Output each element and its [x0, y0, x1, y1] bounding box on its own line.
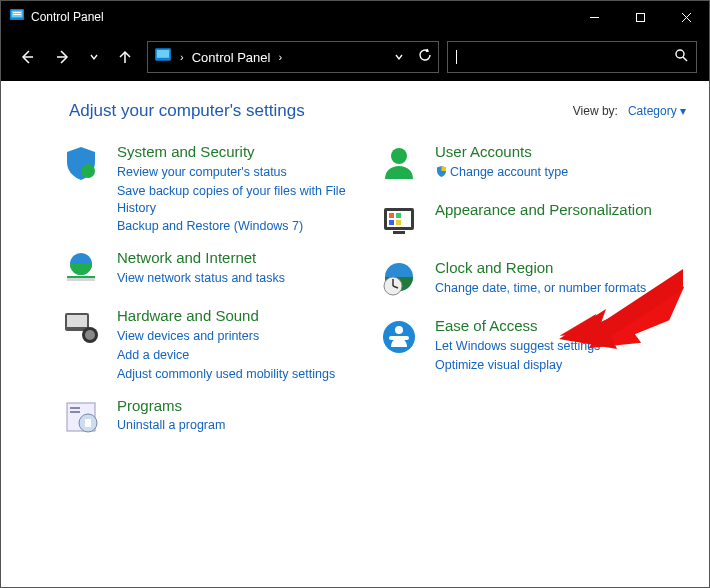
svg-rect-27	[85, 419, 91, 427]
svg-rect-31	[389, 213, 394, 218]
svg-rect-24	[70, 407, 80, 409]
address-bar[interactable]: › Control Panel ›	[147, 41, 439, 73]
window-title: Control Panel	[31, 10, 104, 24]
svg-rect-32	[396, 213, 401, 218]
chevron-down-icon[interactable]	[394, 48, 404, 66]
category-item: Appearance and Personalization	[377, 201, 671, 245]
category-item: ProgramsUninstall a program	[59, 397, 353, 441]
svg-rect-2	[13, 12, 21, 13]
control-panel-icon	[9, 7, 25, 27]
category-body: Clock and RegionChange date, time, or nu…	[435, 259, 646, 303]
close-button[interactable]	[663, 1, 709, 33]
category-link[interactable]: Change date, time, or number formats	[435, 280, 646, 297]
category-item: Hardware and SoundView devices and print…	[59, 307, 353, 382]
category-icon	[377, 317, 421, 361]
category-title[interactable]: User Accounts	[435, 143, 568, 162]
category-title[interactable]: Ease of Access	[435, 317, 600, 336]
content-area: Adjust your computer's settings View by:…	[1, 81, 709, 587]
view-by-dropdown[interactable]: Category ▾	[628, 104, 686, 118]
minimize-button[interactable]	[571, 1, 617, 33]
control-panel-window: Control Panel	[0, 0, 710, 588]
category-link[interactable]: Add a device	[117, 347, 335, 364]
svg-rect-33	[389, 220, 394, 225]
category-link[interactable]: View devices and printers	[117, 328, 335, 345]
maximize-button[interactable]	[617, 1, 663, 33]
search-icon[interactable]	[674, 48, 688, 66]
search-box[interactable]	[447, 41, 697, 73]
svg-point-13	[676, 50, 684, 58]
category-title[interactable]: Network and Internet	[117, 249, 285, 268]
svg-rect-34	[396, 220, 401, 225]
category-columns: System and SecurityReview your computer'…	[59, 143, 671, 441]
svg-point-15	[81, 164, 95, 178]
category-title[interactable]: System and Security	[117, 143, 353, 162]
forward-button[interactable]	[49, 41, 77, 73]
category-title[interactable]: Hardware and Sound	[117, 307, 335, 326]
category-icon	[377, 259, 421, 303]
svg-rect-25	[70, 411, 80, 413]
category-icon	[377, 143, 421, 187]
view-by: View by: Category ▾	[573, 104, 686, 118]
category-link[interactable]: Change account type	[435, 164, 568, 181]
left-column: System and SecurityReview your computer'…	[59, 143, 353, 441]
category-title[interactable]: Clock and Region	[435, 259, 646, 278]
category-title[interactable]: Appearance and Personalization	[435, 201, 652, 220]
category-icon	[59, 397, 103, 441]
category-body: Hardware and SoundView devices and print…	[117, 307, 335, 382]
svg-rect-5	[636, 13, 644, 21]
category-link[interactable]: Optimize visual display	[435, 357, 600, 374]
address-text: › Control Panel ›	[180, 50, 386, 65]
category-title[interactable]: Programs	[117, 397, 225, 416]
back-button[interactable]	[13, 41, 41, 73]
category-body: User AccountsChange account type	[435, 143, 568, 187]
svg-rect-3	[13, 14, 21, 15]
category-item: Network and InternetView network status …	[59, 249, 353, 293]
svg-point-41	[395, 326, 403, 334]
svg-rect-12	[157, 50, 169, 58]
heading-row: Adjust your computer's settings View by:…	[69, 101, 671, 121]
category-link[interactable]: Adjust commonly used mobility settings	[117, 366, 335, 383]
chevron-down-icon: ▾	[680, 104, 686, 118]
refresh-icon[interactable]	[418, 48, 432, 66]
category-body: Ease of AccessLet Windows suggest settin…	[435, 317, 600, 374]
category-body: Appearance and Personalization	[435, 201, 652, 245]
svg-rect-20	[67, 315, 87, 327]
search-input[interactable]	[461, 50, 674, 65]
category-icon	[59, 249, 103, 293]
category-body: Network and InternetView network status …	[117, 249, 285, 293]
category-link[interactable]: Backup and Restore (Windows 7)	[117, 218, 353, 235]
category-link[interactable]: Review your computer's status	[117, 164, 353, 181]
svg-line-14	[683, 57, 687, 61]
svg-point-28	[391, 148, 407, 164]
category-icon	[377, 201, 421, 245]
category-icon	[59, 307, 103, 351]
window-controls	[571, 1, 709, 33]
up-button[interactable]	[111, 41, 139, 73]
category-item: Ease of AccessLet Windows suggest settin…	[377, 317, 671, 374]
recent-dropdown[interactable]	[85, 41, 103, 73]
titlebar: Control Panel	[1, 1, 709, 33]
category-link[interactable]: Save backup copies of your files with Fi…	[117, 183, 353, 217]
category-link[interactable]: Uninstall a program	[117, 417, 225, 434]
navbar: › Control Panel ›	[1, 33, 709, 81]
category-link[interactable]: View network status and tasks	[117, 270, 285, 287]
svg-rect-18	[67, 276, 95, 278]
page-heading: Adjust your computer's settings	[69, 101, 305, 121]
category-link[interactable]: Let Windows suggest settings	[435, 338, 600, 355]
category-item: Clock and RegionChange date, time, or nu…	[377, 259, 671, 303]
category-body: ProgramsUninstall a program	[117, 397, 225, 441]
right-column: User AccountsChange account typeAppearan…	[377, 143, 671, 441]
view-by-label: View by:	[573, 104, 618, 118]
svg-point-22	[85, 330, 95, 340]
category-item: System and SecurityReview your computer'…	[59, 143, 353, 235]
svg-rect-42	[389, 336, 409, 340]
svg-rect-35	[393, 231, 405, 234]
category-icon	[59, 143, 103, 187]
control-panel-icon	[154, 46, 172, 68]
titlebar-left: Control Panel	[9, 7, 104, 27]
category-item: User AccountsChange account type	[377, 143, 671, 187]
category-body: System and SecurityReview your computer'…	[117, 143, 353, 235]
